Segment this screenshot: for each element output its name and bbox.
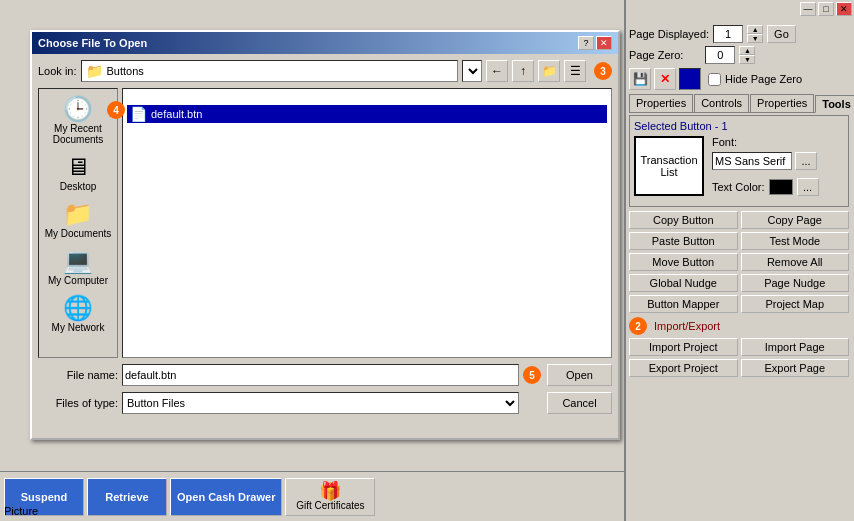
export-page-btn[interactable]: Export Page bbox=[741, 359, 850, 377]
gift-certificates-btn[interactable]: 🎁 Gift Certificates bbox=[285, 478, 375, 516]
page-zero-label: Page Zero: bbox=[629, 49, 683, 61]
window-controls: — □ ✕ bbox=[800, 2, 852, 16]
global-nudge-btn[interactable]: Global Nudge bbox=[629, 274, 738, 292]
nav-my-network[interactable]: 🌐 My Network bbox=[41, 292, 115, 337]
close-btn[interactable]: ✕ bbox=[836, 2, 852, 16]
my-network-icon: 🌐 bbox=[63, 296, 93, 320]
annotation-4: 4 bbox=[107, 101, 125, 119]
go-button[interactable]: Go bbox=[767, 25, 796, 43]
vertical-divider bbox=[624, 0, 626, 521]
delete-icon-btn[interactable]: ✕ bbox=[654, 68, 676, 90]
text-color-pick-button[interactable]: ... bbox=[797, 178, 819, 196]
my-computer-label: My Computer bbox=[48, 275, 108, 286]
remove-all-btn[interactable]: Remove All bbox=[741, 253, 850, 271]
nav-desktop[interactable]: 🖥 Desktop bbox=[41, 151, 115, 196]
bottom-taskbar: Suspend Retrieve Open Cash Drawer 🎁 Gift… bbox=[0, 471, 624, 521]
look-in-row: Look in: 📁 Buttons ▼ ← ↑ 📁 ☰ 3 bbox=[38, 60, 612, 82]
button-preview-area: TransactionList Font: ... Text Color: ..… bbox=[634, 136, 844, 196]
button-mapper-btn[interactable]: Button Mapper bbox=[629, 295, 738, 313]
move-button-btn[interactable]: Move Button bbox=[629, 253, 738, 271]
import-page-btn[interactable]: Import Page bbox=[741, 338, 850, 356]
font-controls: Font: ... Text Color: ... bbox=[712, 136, 819, 196]
dialog-content: Look in: 📁 Buttons ▼ ← ↑ 📁 ☰ 3 bbox=[32, 54, 618, 420]
font-input[interactable] bbox=[712, 152, 792, 170]
page-displayed-down[interactable]: ▼ bbox=[747, 34, 763, 43]
file-name-row: File name: 5 Open bbox=[38, 364, 612, 386]
minimize-btn[interactable]: — bbox=[800, 2, 816, 16]
create-folder-btn[interactable]: 📁 bbox=[538, 60, 560, 82]
back-btn[interactable]: ← bbox=[486, 60, 508, 82]
gift-icon: 🎁 bbox=[319, 482, 341, 500]
tab-controls[interactable]: Controls bbox=[694, 94, 749, 112]
recent-docs-label: My RecentDocuments bbox=[53, 123, 104, 145]
dialog-title: Choose File To Open bbox=[38, 37, 147, 49]
page-zero-down[interactable]: ▼ bbox=[739, 55, 755, 64]
page-zero-input[interactable] bbox=[705, 46, 735, 64]
page-displayed-up[interactable]: ▲ bbox=[747, 25, 763, 34]
open-button[interactable]: Open bbox=[547, 364, 612, 386]
selected-button-section: Selected Button - 1 TransactionList Font… bbox=[629, 115, 849, 207]
file-list: 4 📄 default.btn bbox=[122, 88, 612, 358]
page-nudge-btn[interactable]: Page Nudge bbox=[741, 274, 850, 292]
text-color-swatch bbox=[769, 179, 793, 195]
main-area: 🕒 My RecentDocuments 🖥 Desktop 📁 My Docu… bbox=[38, 88, 612, 358]
paste-button-btn[interactable]: Paste Button bbox=[629, 232, 738, 250]
left-nav: 🕒 My RecentDocuments 🖥 Desktop 📁 My Docu… bbox=[38, 88, 118, 358]
dialog-titlebar: Choose File To Open ? ✕ bbox=[32, 32, 618, 54]
file-name-input[interactable] bbox=[122, 364, 519, 386]
dialog-title-buttons: ? ✕ bbox=[578, 36, 612, 50]
action-buttons: Copy Button Copy Page Paste Button Test … bbox=[629, 211, 849, 313]
files-of-type-label: Files of type: bbox=[38, 397, 118, 409]
dialog-help-btn[interactable]: ? bbox=[578, 36, 594, 50]
retrieve-btn[interactable]: Retrieve bbox=[87, 478, 167, 516]
copy-page-btn[interactable]: Copy Page bbox=[741, 211, 850, 229]
gift-label: Gift Certificates bbox=[296, 500, 364, 511]
open-cash-drawer-btn[interactable]: Open Cash Drawer bbox=[170, 478, 282, 516]
maximize-btn[interactable]: □ bbox=[818, 2, 834, 16]
desktop-label: Desktop bbox=[60, 181, 97, 192]
nav-recent-documents[interactable]: 🕒 My RecentDocuments bbox=[41, 93, 115, 149]
page-displayed-label: Page Displayed: bbox=[629, 28, 709, 40]
import-project-btn[interactable]: Import Project bbox=[629, 338, 738, 356]
selected-button-title: Selected Button - 1 bbox=[634, 120, 844, 132]
test-mode-btn[interactable]: Test Mode bbox=[741, 232, 850, 250]
dialog-close-btn[interactable]: ✕ bbox=[596, 36, 612, 50]
recent-docs-icon: 🕒 bbox=[63, 97, 93, 121]
nav-my-documents[interactable]: 📁 My Documents bbox=[41, 198, 115, 243]
dialog-window: Choose File To Open ? ✕ Look in: 📁 Butto… bbox=[30, 30, 620, 440]
files-of-type-select[interactable]: Button Files bbox=[122, 392, 519, 414]
hide-page-zero-label: Hide Page Zero bbox=[725, 73, 802, 85]
text-color-label: Text Color: bbox=[712, 181, 765, 193]
tab-properties1[interactable]: Properties bbox=[629, 94, 693, 112]
my-computer-icon: 💻 bbox=[63, 249, 93, 273]
folder-icon: 📁 bbox=[86, 63, 103, 79]
cancel-button[interactable]: Cancel bbox=[547, 392, 612, 414]
nav-my-computer[interactable]: 💻 My Computer bbox=[41, 245, 115, 290]
annotation-2: 2 bbox=[629, 317, 647, 335]
my-documents-label: My Documents bbox=[45, 228, 112, 239]
export-project-btn[interactable]: Export Project bbox=[629, 359, 738, 377]
save-icon-btn[interactable]: 💾 bbox=[629, 68, 651, 90]
my-network-label: My Network bbox=[52, 322, 105, 333]
page-displayed-input[interactable] bbox=[713, 25, 743, 43]
file-name: default.btn bbox=[151, 108, 202, 120]
page-zero-up[interactable]: ▲ bbox=[739, 46, 755, 55]
copy-button-btn[interactable]: Copy Button bbox=[629, 211, 738, 229]
my-documents-icon: 📁 bbox=[63, 202, 93, 226]
hide-page-zero-checkbox[interactable] bbox=[708, 73, 721, 86]
project-map-btn[interactable]: Project Map bbox=[741, 295, 850, 313]
annotation-3: 3 bbox=[594, 62, 612, 80]
file-item-default-btn[interactable]: 📄 default.btn bbox=[127, 105, 607, 123]
view-btn[interactable]: ☰ bbox=[564, 60, 586, 82]
color-display bbox=[679, 68, 701, 90]
picture-label: Picture bbox=[4, 505, 38, 517]
font-input-row: ... bbox=[712, 152, 819, 170]
up-btn[interactable]: ↑ bbox=[512, 60, 534, 82]
app-background: Choose File To Open ? ✕ Look in: 📁 Butto… bbox=[0, 0, 624, 521]
tab-tools[interactable]: Tools bbox=[815, 95, 854, 113]
font-pick-button[interactable]: ... bbox=[795, 152, 817, 170]
tab-properties2[interactable]: Properties bbox=[750, 94, 814, 112]
look-in-dropdown[interactable]: ▼ bbox=[462, 60, 482, 82]
files-of-type-row: Files of type: Button Files Cancel bbox=[38, 392, 612, 414]
import-export-buttons: Import Project Import Page Export Projec… bbox=[629, 338, 849, 377]
